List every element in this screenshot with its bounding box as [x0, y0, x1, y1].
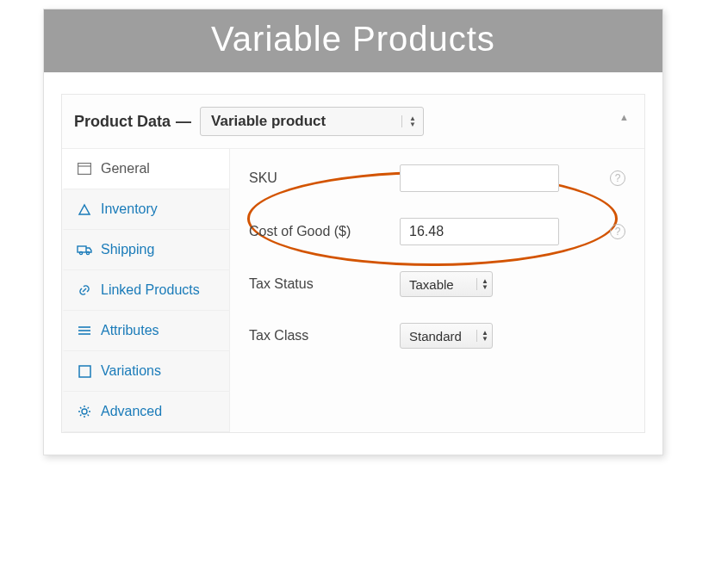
tax-status-label: Tax Status — [249, 276, 400, 292]
svg-point-4 — [86, 251, 89, 254]
banner: Variable Products — [44, 9, 662, 72]
product-data-panel: Product Data — Variable product ▲▼ ▲ Gen… — [61, 94, 645, 433]
content-area: SKU ? Cost of Good ($) ? Tax Status Taxa… — [230, 149, 644, 432]
tab-general[interactable]: General — [62, 149, 229, 189]
updown-arrows-icon: ▲▼ — [476, 278, 488, 290]
field-tax-status: Tax Status Taxable ▲▼ — [249, 271, 625, 297]
tab-attributes[interactable]: Attributes — [62, 311, 229, 351]
sku-label: SKU — [249, 170, 400, 186]
svg-point-3 — [79, 251, 82, 254]
panel-header: Product Data — Variable product ▲▼ ▲ — [62, 95, 644, 149]
tab-linked-label: Linked Products — [101, 282, 200, 298]
tab-shipping[interactable]: Shipping — [62, 230, 229, 270]
updown-arrows-icon: ▲▼ — [401, 115, 416, 127]
banner-title: Variable Products — [211, 20, 495, 58]
title-dash: — — [176, 113, 191, 131]
product-type-select[interactable]: Variable product ▲▼ — [200, 107, 424, 136]
collapse-caret-icon[interactable]: ▲ — [619, 112, 629, 122]
tab-shipping-label: Shipping — [101, 242, 154, 257]
tax-class-value: Standard — [409, 329, 468, 344]
help-icon[interactable]: ? — [610, 170, 625, 186]
window-frame: Variable Products Product Data — Variabl… — [43, 9, 663, 455]
panel-body: General Inventory Shipping — [62, 149, 644, 432]
tab-general-label: General — [101, 161, 150, 176]
attributes-icon — [77, 323, 92, 338]
svg-point-9 — [82, 409, 87, 414]
field-tax-class: Tax Class Standard ▲▼ — [249, 323, 625, 349]
sku-input[interactable] — [400, 164, 559, 192]
tab-attributes-label: Attributes — [101, 323, 159, 338]
svg-rect-2 — [78, 246, 86, 252]
panel-title: Product Data — [74, 113, 171, 131]
gear-icon — [77, 404, 92, 419]
field-cost-of-good: Cost of Good ($) ? — [249, 218, 625, 245]
svg-rect-8 — [79, 366, 90, 377]
help-icon[interactable]: ? — [610, 224, 625, 239]
field-sku: SKU ? — [249, 164, 625, 192]
inventory-icon — [77, 201, 92, 217]
tab-variations[interactable]: Variations — [62, 351, 229, 392]
tab-advanced[interactable]: Advanced — [62, 392, 229, 432]
link-icon — [77, 282, 92, 298]
tab-advanced-label: Advanced — [101, 404, 162, 419]
sidebar: General Inventory Shipping — [62, 149, 230, 432]
svg-rect-0 — [78, 164, 91, 175]
tab-inventory-label: Inventory — [101, 201, 158, 217]
tax-class-label: Tax Class — [249, 328, 400, 344]
cog-label: Cost of Good ($) — [249, 224, 400, 239]
updown-arrows-icon: ▲▼ — [476, 330, 488, 342]
tab-variations-label: Variations — [101, 363, 161, 379]
tax-class-select[interactable]: Standard ▲▼ — [400, 323, 493, 349]
tab-inventory[interactable]: Inventory — [62, 189, 229, 230]
cog-input[interactable] — [400, 218, 559, 245]
product-type-value: Variable product — [211, 113, 326, 130]
general-icon — [77, 161, 92, 176]
shipping-icon — [77, 242, 92, 257]
tax-status-select[interactable]: Taxable ▲▼ — [400, 271, 493, 297]
variations-icon — [77, 363, 92, 379]
tax-status-value: Taxable — [409, 277, 454, 292]
tab-linked-products[interactable]: Linked Products — [62, 270, 229, 311]
